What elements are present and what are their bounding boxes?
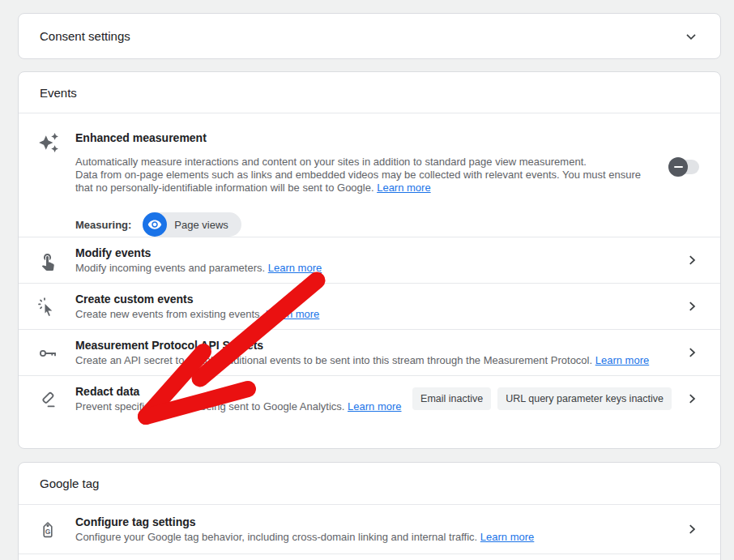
- redact-data-badges: Email inactive URL query parameter keys …: [412, 387, 672, 410]
- google-tag-card: Google tag G Configure tag settings Conf…: [18, 462, 721, 560]
- enhanced-description-text: Automatically measure interactions and c…: [75, 156, 641, 194]
- enhanced-measurement-description: Automatically measure interactions and c…: [75, 156, 652, 195]
- key-icon: [38, 343, 75, 363]
- modify-events-title: Modify events: [75, 246, 685, 259]
- redact-data-desc-text: Prevent specific data from being sent to…: [75, 400, 344, 413]
- enhanced-learn-more-link[interactable]: Learn more: [377, 182, 430, 194]
- row-redact-data[interactable]: Redact data Prevent specific data from b…: [19, 375, 720, 421]
- measurement-protocol-desc-text: Create an API secret to enable additiona…: [75, 354, 592, 366]
- enhanced-measurement-section: Enhanced measurement Automatically measu…: [19, 113, 720, 237]
- measurement-protocol-learn-more-link[interactable]: Learn more: [595, 354, 649, 366]
- redact-data-title: Redact data: [75, 385, 412, 398]
- create-custom-events-learn-more-link[interactable]: Learn more: [266, 308, 319, 320]
- url-query-inactive-badge: URL query parameter keys inactive: [497, 387, 672, 410]
- modify-events-desc-text: Modify incoming events and parameters.: [75, 262, 265, 274]
- create-custom-events-description: Create new events from existing events. …: [75, 308, 685, 320]
- measuring-label: Measuring:: [75, 219, 131, 231]
- configure-tag-desc-text: Configure your Google tag behavior, incl…: [75, 531, 477, 543]
- chevron-right-icon: [685, 522, 699, 536]
- custom-event-cursor-icon: [38, 297, 75, 317]
- chevron-right-icon: [685, 253, 699, 267]
- google-tag-icon: G: [38, 519, 75, 540]
- google-tag-section-title: Google tag: [40, 477, 99, 490]
- redact-data-learn-more-link[interactable]: Learn more: [348, 400, 401, 413]
- sparkle-auto-awesome-icon: [38, 131, 75, 237]
- google-tag-section-header: Google tag: [19, 463, 720, 504]
- enhanced-measurement-title: Enhanced measurement: [75, 131, 699, 144]
- modify-events-learn-more-link[interactable]: Learn more: [268, 262, 322, 274]
- eraser-redact-icon: [38, 389, 75, 409]
- row-measurement-protocol-api-secrets[interactable]: Measurement Protocol API Secrets Create …: [19, 329, 720, 375]
- chevron-right-icon: [685, 345, 699, 360]
- events-section-header: Events: [19, 72, 720, 113]
- consent-settings-header[interactable]: Consent settings: [19, 14, 720, 58]
- measurement-protocol-title: Measurement Protocol API Secrets: [75, 339, 685, 352]
- page-views-chip-label: Page views: [174, 219, 228, 231]
- toggle-knob: [668, 157, 688, 177]
- configure-tag-settings-description: Configure your Google tag behavior, incl…: [75, 531, 685, 543]
- row-modify-events[interactable]: Modify events Modify incoming events and…: [19, 237, 720, 283]
- create-custom-events-title: Create custom events: [75, 293, 685, 306]
- consent-settings-card: Consent settings: [18, 13, 721, 59]
- row-configure-tag-settings[interactable]: G Configure tag settings Configure your …: [19, 504, 720, 554]
- consent-settings-title: Consent settings: [40, 29, 130, 43]
- create-custom-events-desc-text: Create new events from existing events.: [75, 308, 262, 320]
- chevron-down-icon: [683, 28, 699, 45]
- chevron-right-icon: [685, 299, 699, 314]
- toggle-minus-icon: [674, 166, 683, 169]
- email-inactive-badge: Email inactive: [412, 387, 491, 410]
- chevron-right-icon: [685, 391, 699, 406]
- touch-app-icon: [38, 250, 75, 271]
- configure-tag-learn-more-link[interactable]: Learn more: [480, 531, 534, 543]
- row-create-custom-events[interactable]: Create custom events Create new events f…: [19, 283, 720, 329]
- events-card: Events Enhanced measurement Automaticall…: [18, 71, 721, 449]
- page-views-chip: Page views: [143, 212, 241, 237]
- modify-events-description: Modify incoming events and parameters. L…: [75, 262, 685, 274]
- redact-data-description: Prevent specific data from being sent to…: [75, 400, 412, 413]
- configure-tag-settings-title: Configure tag settings: [75, 515, 685, 528]
- measurement-protocol-description: Create an API secret to enable additiona…: [75, 354, 685, 366]
- events-section-title: Events: [40, 86, 77, 100]
- eye-visibility-icon: [143, 212, 167, 237]
- svg-text:G: G: [45, 527, 51, 535]
- enhanced-measurement-toggle[interactable]: [668, 157, 699, 177]
